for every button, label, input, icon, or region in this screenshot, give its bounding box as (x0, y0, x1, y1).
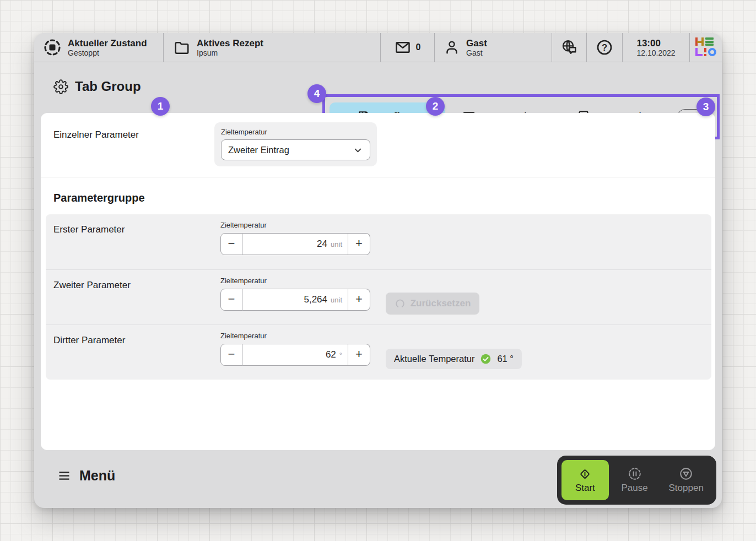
menu-button[interactable]: Menü (57, 468, 115, 484)
annotation-badge-2: 2 (426, 97, 445, 116)
app-window: Aktueller Zustand Gestoppt Aktives Rezep… (34, 33, 722, 508)
help-icon: ? (596, 39, 613, 56)
machine-state-section: Aktueller Zustand Gestoppt (34, 33, 163, 62)
language-button[interactable] (552, 33, 586, 62)
parameter-value: 62 (326, 349, 336, 360)
current-temperature-badge: Aktuelle Temperatur 61 ° (386, 349, 522, 369)
mail-icon (395, 39, 411, 56)
tab-row: Tab Group Aufbau Image als ... (34, 62, 722, 113)
field-label: Zieltemperatur (220, 221, 370, 229)
start-button[interactable]: Start (561, 460, 609, 500)
parameter-value: 5,264 (304, 294, 327, 305)
check-circle-icon (480, 353, 492, 365)
parameter-label: Erster Parameter (53, 224, 125, 235)
field-label: Zieltemperatur (220, 277, 370, 285)
parameter-row-2: Zweiter Parameter Zieltemperatur − 5,264… (46, 269, 711, 324)
value-input[interactable]: 24 unit (242, 233, 348, 255)
parameter-label: Dirtter Parameter (53, 335, 125, 346)
globe-chat-icon (560, 39, 578, 56)
user-role: Gast (466, 48, 487, 57)
menu-label: Menü (79, 468, 115, 484)
datetime-section: 13:00 12.10.2022 (622, 33, 689, 62)
pause-label: Pause (621, 483, 647, 494)
parameter-value: 24 (317, 239, 327, 250)
start-diamond-icon (578, 467, 592, 481)
field-label: Zieltemperatur (221, 128, 370, 136)
machine-action-bar: Start Pause Stoppen (557, 456, 716, 505)
recipe-value: Ipsum (197, 48, 263, 57)
helio-logo (695, 37, 716, 57)
brand-logo-section (689, 33, 722, 62)
folder-icon (174, 39, 190, 56)
logo-letter-l (695, 48, 703, 56)
mail-count: 0 (416, 42, 421, 52)
status-value: 61 ° (497, 354, 514, 364)
parameter-unit: ° (339, 351, 342, 359)
increase-button[interactable]: + (348, 289, 370, 311)
parameter-label: Zweiter Parameter (53, 280, 131, 291)
annotation-badge-4: 4 (307, 84, 326, 103)
logo-letter-h (695, 37, 704, 46)
parameter-row-3: Dirtter Parameter Zieltemperatur − 62 ° … (46, 324, 711, 380)
parameter-group-title: Parametergruppe (41, 177, 715, 214)
gear-icon (53, 79, 68, 94)
active-recipe-section: Aktives Rezept Ipsum (163, 33, 380, 62)
clock-time: 13:00 (636, 38, 675, 48)
top-status-bar: Aktueller Zustand Gestoppt Aktives Rezep… (34, 33, 722, 62)
stepper-2: − 5,264 unit + (220, 289, 370, 311)
value-input[interactable]: 62 ° (242, 344, 348, 366)
user-name: Gast (466, 38, 487, 48)
stop-icon (679, 467, 693, 481)
reset-button-label: Zurücksetzen (411, 298, 471, 309)
parameter-unit: unit (331, 240, 342, 248)
stepper-1: − 24 unit + (220, 233, 370, 255)
clock-date: 12.10.2022 (636, 48, 675, 57)
svg-text:?: ? (602, 42, 607, 53)
increase-button[interactable]: + (348, 233, 370, 255)
chevron-down-icon (353, 145, 363, 155)
annotation-badge-1: 1 (151, 97, 170, 116)
stop-label: Stoppen (669, 483, 704, 494)
annotation-badge-3: 3 (696, 98, 715, 116)
start-label: Start (575, 483, 595, 494)
increase-button[interactable]: + (348, 344, 370, 366)
parameter-unit: unit (331, 296, 342, 304)
logo-letter-o (708, 48, 716, 56)
tab-group-title-label: Tab Group (75, 79, 141, 94)
value-input[interactable]: 5,264 unit (242, 289, 348, 311)
content-panel: Einzelner Parameter Zieltemperatur Zweit… (41, 113, 715, 450)
user-icon (444, 39, 460, 56)
reset-icon (395, 298, 406, 309)
bottom-bar: Menü Start Pause (34, 450, 722, 508)
pause-button[interactable]: Pause (609, 467, 661, 494)
dropdown-field-card: Zieltemperatur Zweiter Eintrag (214, 122, 377, 166)
reset-button[interactable]: Zurücksetzen (386, 293, 479, 315)
stop-button[interactable]: Stoppen (660, 467, 712, 494)
state-value: Gestoppt (68, 48, 147, 57)
zieltemperatur-dropdown[interactable]: Zweiter Eintrag (221, 139, 370, 160)
help-button[interactable]: ? (586, 33, 622, 62)
messages-button[interactable]: 0 (380, 33, 434, 62)
single-parameter-row: Einzelner Parameter Zieltemperatur Zweit… (41, 113, 715, 177)
hamburger-icon (57, 468, 72, 483)
logo-letter-i (704, 48, 706, 56)
user-button[interactable]: Gast Gast (434, 33, 552, 62)
decrease-button[interactable]: − (220, 289, 242, 311)
decrease-button[interactable]: − (220, 233, 242, 255)
parameter-row-1: Erster Parameter Zieltemperatur − 24 uni… (46, 214, 711, 269)
pause-icon (628, 467, 642, 481)
status-label: Aktuelle Temperatur (394, 354, 474, 364)
logo-letter-e (705, 37, 714, 46)
decrease-button[interactable]: − (220, 344, 242, 366)
field-label: Zieltemperatur (220, 332, 370, 340)
dropdown-selected-value: Zweiter Eintrag (228, 145, 289, 155)
recipe-title: Aktives Rezept (197, 38, 263, 48)
state-title: Aktueller Zustand (68, 38, 147, 48)
stepper-3: − 62 ° + (220, 344, 370, 366)
tab-group-title: Tab Group (53, 79, 141, 94)
parameter-label: Einzelner Parameter (53, 129, 139, 140)
stopped-state-icon (43, 38, 62, 57)
